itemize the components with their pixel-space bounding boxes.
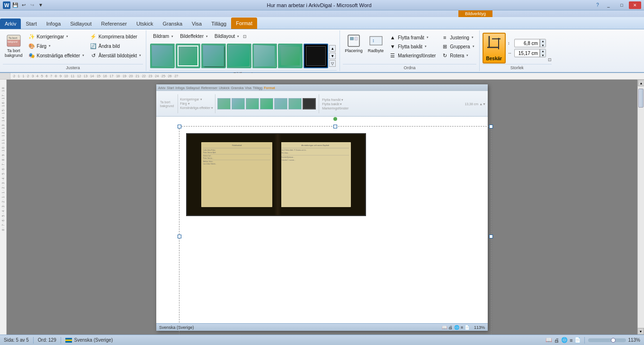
tab-arkiv[interactable]: Arkiv xyxy=(0,18,21,29)
korrigeringar-dropdown-icon: ▾ xyxy=(66,35,68,38)
bildeffekter-button[interactable]: Bildeffekter ▾ xyxy=(177,33,211,39)
ruler-corner[interactable] xyxy=(0,73,10,80)
gallery-scroll-up[interactable]: ▲ xyxy=(329,45,336,52)
handle-top-center[interactable] xyxy=(333,125,337,128)
handle-top-left[interactable] xyxy=(178,125,181,128)
scroll-down-button[interactable]: ▼ xyxy=(637,328,644,335)
height-down-arrow[interactable]: ▼ xyxy=(540,43,546,47)
bildram-button[interactable]: Bildram ▾ xyxy=(150,33,176,39)
close-button[interactable]: ✕ xyxy=(629,1,641,9)
height-spinner[interactable]: 6,8 cm ▲ ▼ xyxy=(514,39,546,47)
gallery-scroll-down[interactable]: ▼ xyxy=(329,53,336,59)
vertical-scrollbar[interactable]: ▲ ▼ xyxy=(637,80,644,335)
view-draft-btn[interactable]: 📄 xyxy=(574,337,581,343)
justering-button[interactable]: ≡ Justering ▾ xyxy=(439,33,476,42)
gallery-expand[interactable]: ▽ xyxy=(329,60,336,67)
img-style-3[interactable] xyxy=(201,44,226,68)
flytta-framt-button[interactable]: ▲ Flytta framåt ▾ xyxy=(387,33,438,42)
doc-zoom-level: 113% xyxy=(474,325,485,330)
maximize-button[interactable]: □ xyxy=(616,1,628,9)
height-spinner-arrows: ▲ ▼ xyxy=(539,39,546,47)
aterstall-bildobjekt-button[interactable]: ↺ Återställ bildobjekt ▾ xyxy=(88,51,143,60)
tab-tillagg[interactable]: Tillägg xyxy=(206,18,231,29)
selected-image-container[interactable]: Födelsebok Lodia Johan Pettus Petter Sal… xyxy=(179,126,492,335)
width-input[interactable]: 15,17 cm xyxy=(515,51,539,56)
bildlayout-button[interactable]: Bildlayout ▾ xyxy=(212,33,242,39)
ta-bort-bakgrund-icon: Ta bortbakgrund xyxy=(6,33,21,48)
view-draft-icon[interactable]: 📄 xyxy=(465,325,470,330)
view-read-icon[interactable]: 📖 xyxy=(442,325,447,330)
ta-bort-bakgrund-button[interactable]: Ta bortbakgrund Ta bortbakgrund xyxy=(3,32,25,59)
korrigeringar-button[interactable]: ✨ Korrigeringar ▾ xyxy=(26,32,87,41)
view-outline-btn[interactable]: ≡ xyxy=(570,337,572,343)
komprimera-bilder-button[interactable]: ⚡ Komprimera bilder xyxy=(88,32,143,41)
img-style-1[interactable] xyxy=(150,44,175,68)
document-area[interactable]: Arkiv Start Infoga Sidlayout Referenser … xyxy=(7,80,637,335)
customize-icon[interactable]: ▼ xyxy=(37,1,45,9)
width-spinner[interactable]: 15,17 cm ▲ ▼ xyxy=(514,49,546,57)
minimize-button[interactable]: _ xyxy=(602,1,615,9)
tab-referenser[interactable]: Referenser xyxy=(97,18,132,29)
placering-button[interactable]: Placering xyxy=(343,32,365,54)
view-web-btn[interactable]: 🌐 xyxy=(561,337,568,343)
view-read-btn[interactable]: 📖 xyxy=(546,337,552,343)
view-web-icon[interactable]: 🌐 xyxy=(454,325,459,330)
handle-middle-left[interactable] xyxy=(178,235,181,238)
flytta-bakat-button[interactable]: ▼ Flytta bakåt ▾ xyxy=(387,42,438,51)
img-style-7-selected[interactable] xyxy=(304,44,328,68)
img-style-4[interactable] xyxy=(227,44,251,68)
img-style-5[interactable] xyxy=(252,44,277,68)
size-spinners: ↕ 6,8 cm ▲ ▼ ↔ 15,17 cm ▲ xyxy=(508,39,546,57)
gallery-scroll-buttons: ▲ ▼ ▽ xyxy=(329,45,336,67)
expand-bildformat-icon[interactable]: ⊡ xyxy=(243,34,247,39)
save-icon[interactable]: 💾 xyxy=(11,1,19,9)
width-spinner-label: ↔ xyxy=(508,51,513,55)
justera-col1: ✨ Korrigeringar ▾ 🎨 Färg ▾ 🎭 Konstnärlig… xyxy=(26,32,87,60)
svg-text:↕: ↕ xyxy=(372,38,375,43)
markeringsfonstret-button[interactable]: ☰ Markeringsfönster xyxy=(387,51,438,60)
width-down-arrow[interactable]: ▼ xyxy=(540,53,546,57)
rotera-button[interactable]: ↻ Rotera ▾ xyxy=(439,51,476,60)
konstnärliga-effekter-button[interactable]: 🎭 Konstnärliga effekter ▾ xyxy=(26,51,87,60)
tab-utskick[interactable]: Utskick xyxy=(132,18,158,29)
andra-bild-button[interactable]: 🔄 Ändra bild xyxy=(88,42,143,50)
tab-visa[interactable]: Visa xyxy=(187,18,206,29)
scroll-thumb[interactable] xyxy=(638,89,644,108)
status-language: Svenska (Sverige) xyxy=(65,337,113,343)
zoom-thumb[interactable] xyxy=(611,338,616,343)
img-style-6[interactable] xyxy=(278,44,303,68)
farg-button[interactable]: 🎨 Färg ▾ xyxy=(26,42,87,50)
tab-format[interactable]: Format xyxy=(231,18,257,29)
scroll-up-button[interactable]: ▲ xyxy=(638,80,644,86)
handle-rotate[interactable] xyxy=(333,117,337,121)
view-print-btn[interactable]: 🖨 xyxy=(554,337,559,343)
tab-start[interactable]: Start xyxy=(21,18,41,29)
tab-infoga[interactable]: Infoga xyxy=(42,18,66,29)
undo-icon[interactable]: ↩ xyxy=(20,1,27,9)
tab-granska[interactable]: Granska xyxy=(158,18,187,29)
width-up-arrow[interactable]: ▲ xyxy=(540,49,546,53)
quick-access-toolbar: W 💾 ↩ ↪ ▼ xyxy=(3,1,45,9)
zoom-slider[interactable] xyxy=(588,338,626,342)
redo-icon[interactable]: ↪ xyxy=(28,1,36,9)
window-controls: ? _ □ ✕ xyxy=(594,1,641,9)
height-input[interactable]: 6,8 cm xyxy=(515,41,539,46)
view-outline-icon[interactable]: ≡ xyxy=(461,325,463,330)
flytta-framt-icon: ▲ xyxy=(389,34,396,41)
help-icon[interactable]: ? xyxy=(594,1,601,9)
radbyte-button[interactable]: ↕ Radbyte xyxy=(366,32,386,54)
view-print-icon[interactable]: 🖨 xyxy=(448,325,453,330)
status-sep-3 xyxy=(584,337,585,344)
ordna-col2: ≡ Justering ▾ ⊞ Gruppera ▾ ↻ Rotera ▾ xyxy=(439,32,476,60)
gruppera-button[interactable]: ⊞ Gruppera ▾ xyxy=(439,42,476,51)
beskar-button[interactable]: Beskär xyxy=(483,33,506,64)
tab-sidlayout[interactable]: Sidlayout xyxy=(65,18,96,29)
handle-middle-right[interactable] xyxy=(489,235,493,238)
img-style-2[interactable] xyxy=(176,44,200,68)
scroll-track[interactable] xyxy=(638,86,644,335)
bildeffekter-dropdown-icon: ▾ xyxy=(206,35,208,38)
ribbon-tab-bar: Arkiv Start Infoga Sidlayout Referenser … xyxy=(0,17,644,29)
height-up-arrow[interactable]: ▲ xyxy=(540,39,546,43)
handle-top-right[interactable] xyxy=(489,125,493,128)
expand-storlek-icon[interactable]: ⊡ xyxy=(548,57,552,64)
